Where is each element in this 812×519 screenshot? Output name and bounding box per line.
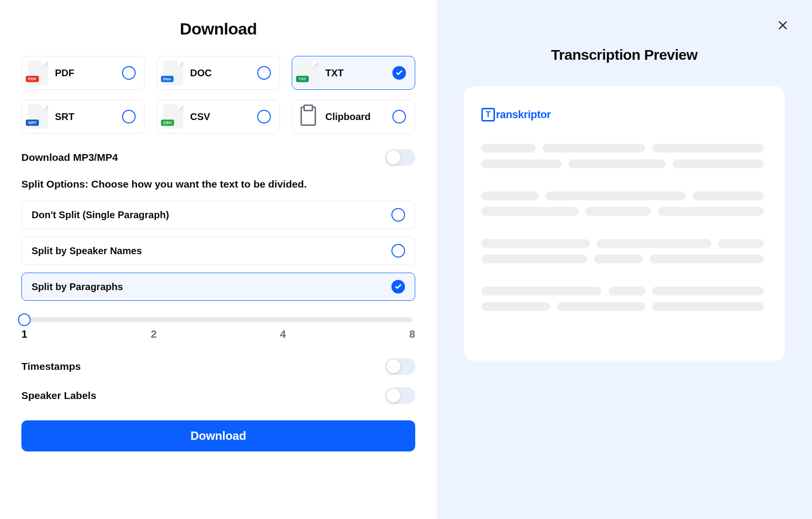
format-option-doc[interactable]: Doc DOC [157,56,280,90]
format-option-pdf[interactable]: PDF PDF [21,56,145,90]
radio-indicator [257,66,271,80]
timestamps-row: Timestamps [21,358,415,375]
slider-ticks: 1 2 4 8 [21,326,415,341]
close-button[interactable] [775,17,791,33]
slider-tick: 8 [409,328,415,341]
download-media-row: Download MP3/MP4 [21,149,415,166]
brand-logo: T ranskriptor [481,108,767,121]
format-option-srt[interactable]: SRT SRT [21,100,145,134]
slider-thumb[interactable] [18,313,31,326]
format-option-clipboard[interactable]: Clipboard [292,100,415,134]
radio-indicator [392,110,406,123]
split-options-list: Don't Split (Single Paragraph) Split by … [21,201,415,301]
radio-indicator [391,280,405,294]
page-title: Download [21,19,415,38]
slider-tick: 1 [21,328,27,341]
download-button[interactable]: Download [21,420,415,451]
preview-paragraph [481,287,767,311]
preview-title: Transcription Preview [458,47,791,63]
close-icon [777,19,789,31]
format-option-csv[interactable]: CSV CSV [157,100,280,134]
preview-paragraph [481,239,767,263]
radio-indicator [122,110,136,123]
format-label: PDF [55,68,115,79]
split-option-label: Don't Split (Single Paragraph) [32,209,169,221]
txt-file-icon: TXT [298,61,318,85]
srt-file-icon: SRT [28,104,48,129]
split-option-label: Split by Paragraphs [32,281,123,293]
timestamps-label: Timestamps [21,361,81,372]
slider-tick: 4 [280,328,286,341]
format-label: CSV [190,111,250,122]
doc-file-icon: Doc [163,61,183,85]
preview-paragraph [481,191,767,216]
slider-track[interactable] [24,317,412,322]
format-grid: PDF PDF Doc DOC TXT TXT [21,56,415,134]
download-media-label: Download MP3/MP4 [21,152,118,163]
format-label: Clipboard [325,111,386,122]
brand-text: ranskriptor [496,108,551,121]
format-label: DOC [190,68,250,79]
format-option-txt[interactable]: TXT TXT [292,56,415,90]
speaker-labels-toggle[interactable] [385,387,415,404]
split-options-heading: Split Options: Choose how you want the t… [21,178,415,190]
split-option-label: Split by Speaker Names [32,245,142,257]
pdf-file-icon: PDF [28,61,48,85]
radio-indicator [391,244,405,258]
format-label: SRT [55,111,115,122]
timestamps-toggle[interactable] [385,358,415,375]
download-media-toggle[interactable] [385,149,415,166]
slider-tick: 2 [151,328,157,341]
clipboard-icon [298,104,318,129]
paragraph-size-slider: 1 2 4 8 [21,311,415,341]
radio-indicator [122,66,136,80]
radio-indicator [391,208,405,222]
format-label: TXT [325,68,386,79]
radio-indicator [392,66,406,80]
split-option-none[interactable]: Don't Split (Single Paragraph) [21,201,415,229]
split-option-paragraph[interactable]: Split by Paragraphs [21,273,415,301]
radio-indicator [257,110,271,123]
download-panel: Download PDF PDF Doc DOC TXT TX [0,0,437,519]
preview-paragraph [481,144,767,168]
speaker-labels-row: Speaker Labels [21,387,415,404]
csv-file-icon: CSV [163,104,183,129]
split-option-speaker[interactable]: Split by Speaker Names [21,237,415,265]
speaker-labels-label: Speaker Labels [21,390,96,401]
preview-card: T ranskriptor [464,86,785,361]
brand-icon: T [481,108,495,121]
preview-panel: Transcription Preview T ranskriptor [437,0,812,519]
